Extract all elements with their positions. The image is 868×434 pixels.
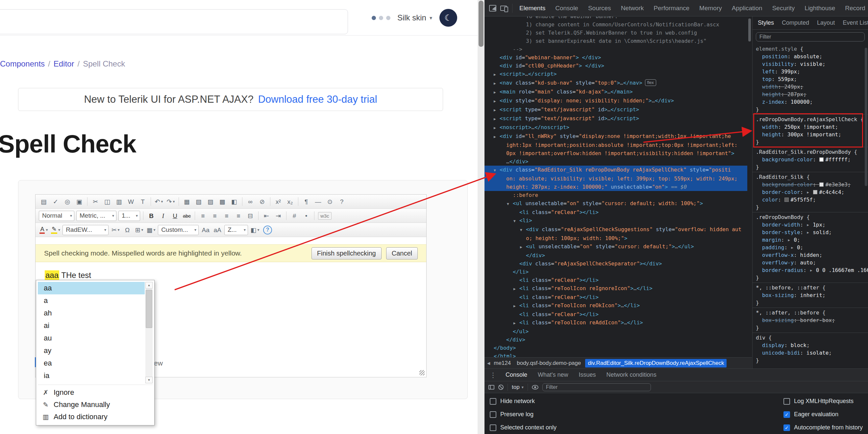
uppercase-button[interactable]: Aa xyxy=(200,225,211,235)
italic-button[interactable]: I xyxy=(158,210,169,221)
live-expression-eye-icon[interactable] xyxy=(532,385,538,389)
flash-manager-button[interactable]: ▨ xyxy=(205,196,216,207)
trial-download-link[interactable]: Download free 30-day trial xyxy=(258,93,377,105)
ajax-spellcheck-button[interactable]: ✓ xyxy=(50,196,61,207)
css-decl-border-width[interactable]: border-width: ▸ 1px; xyxy=(756,221,868,229)
expand-arrow-icon[interactable]: ▶ xyxy=(494,97,500,105)
device-toolbar-icon[interactable] xyxy=(500,6,507,11)
scrollbar-thumb[interactable] xyxy=(146,290,152,328)
checkbox-selected-context-only[interactable]: Selected context only xyxy=(490,423,783,432)
dom-tree-node[interactable]: <li class="reClear"></li> xyxy=(485,208,747,216)
css-decl-background-color[interactable]: background-color: #e3e3e3; xyxy=(756,181,868,189)
unchecked-checkbox-icon[interactable] xyxy=(490,425,496,431)
css-decl-width[interactable]: width: 249px; xyxy=(756,83,868,91)
carousel-dot[interactable] xyxy=(372,16,376,20)
about-button[interactable]: ? xyxy=(336,196,347,207)
css-decl-overflow-x[interactable]: overflow-x: hidden; xyxy=(756,251,868,259)
scroll-down-button[interactable]: ▼ xyxy=(145,377,153,383)
devtools-tab-sources[interactable]: Sources xyxy=(583,0,616,16)
dom-tree-node[interactable]: ▶<script type="text/javascript" id>…</sc… xyxy=(485,114,747,123)
custom-dropdown-select[interactable]: Custom...▾ xyxy=(158,225,199,235)
dark-mode-toggle[interactable]: ☾ xyxy=(439,9,457,27)
css-selector[interactable]: *, ::before, ::after { xyxy=(756,284,868,291)
remove-alignment-button[interactable]: ⊟ xyxy=(245,210,256,221)
expand-arrow-icon[interactable]: ▼ xyxy=(514,217,519,225)
dom-tree-node[interactable]: …</div> xyxy=(485,157,747,166)
strikethrough-button[interactable]: abc xyxy=(181,210,192,221)
checked-checkbox-icon[interactable]: ✓ xyxy=(783,425,790,431)
expand-arrow-icon[interactable]: ▶ xyxy=(494,124,500,132)
suggestion-item[interactable]: aa xyxy=(38,282,145,294)
clear-console-icon[interactable] xyxy=(498,385,503,390)
expand-arrow-icon[interactable]: ▶ xyxy=(514,285,519,293)
css-decl-margin[interactable]: margin: ▸ 0; xyxy=(756,236,868,244)
expand-arrow-icon[interactable]: ▶ xyxy=(494,70,500,79)
insert-table-button[interactable]: ⊞▾ xyxy=(133,225,145,235)
dom-crumb-2[interactable]: div.RadEditor_Silk.reDropDownBody.reAjax… xyxy=(585,359,726,368)
devtools-tab-application[interactable]: Application xyxy=(727,0,767,16)
misspelled-word[interactable]: aaa xyxy=(45,270,59,280)
module-manager-button[interactable]: ◧▾ xyxy=(249,225,260,235)
suggestion-item[interactable]: a xyxy=(38,294,145,307)
css-decl-width[interactable]: width: 250px !important; xyxy=(756,123,868,131)
expand-caret-icon[interactable]: ▸ xyxy=(806,222,813,228)
devtools-tab-security[interactable]: Security xyxy=(767,0,800,16)
styles-filter-input[interactable]: Filter xyxy=(756,32,865,41)
expand-caret-icon[interactable]: ▸ xyxy=(806,189,813,195)
expand-caret-icon[interactable]: ▸ xyxy=(806,229,813,235)
action-change-manually[interactable]: ✎Change Manually xyxy=(38,399,153,411)
drawer-tab-console[interactable]: Console xyxy=(500,369,532,381)
js-context-selector[interactable]: top ▾ xyxy=(512,384,524,390)
dom-tree-node[interactable]: o; height: 100px; width: 100%;"> xyxy=(485,234,747,242)
css-decl-background-color[interactable]: background-color: #ffffff; xyxy=(756,156,868,163)
dom-tree-node[interactable]: <div id="ctl00_cphHeader"> </div> xyxy=(485,62,747,70)
css-selector[interactable]: element.style { xyxy=(756,45,868,53)
lowercase-button[interactable]: aA xyxy=(212,225,223,235)
expand-arrow-icon[interactable]: ▶ xyxy=(514,319,519,327)
dom-tree-node[interactable]: ::before xyxy=(485,191,747,199)
unchecked-checkbox-icon[interactable] xyxy=(783,398,790,405)
action-ignore[interactable]: ✗Ignore xyxy=(38,386,153,399)
checkbox-preserve-log[interactable]: Preserve log xyxy=(490,410,783,419)
devtools-tab-recorder[interactable]: Recorder xyxy=(840,0,865,16)
font-name-select[interactable]: Metric, ...▾ xyxy=(76,211,117,221)
dom-tree-node[interactable]: ight:1px !important;position:absolute !i… xyxy=(485,141,747,149)
console-filter-input[interactable]: Filter xyxy=(542,383,651,391)
css-selector[interactable]: .RadEditor_Silk.reDropDownBody { xyxy=(756,148,868,156)
cancel-button[interactable]: Cancel xyxy=(386,247,418,259)
outdent-button[interactable]: ⇤ xyxy=(261,210,272,221)
horizontal-rule-button[interactable]: — xyxy=(312,196,324,207)
css-decl-box-sizing[interactable]: box-sizing: border-box; xyxy=(756,316,868,324)
css-decl-display[interactable]: display: block; xyxy=(756,342,868,349)
dom-tree-node[interactable]: ▶<noscript>…</noscript> xyxy=(485,123,747,132)
devtools-tab-performance[interactable]: Performance xyxy=(649,0,694,16)
expand-arrow-icon[interactable]: ▼ xyxy=(520,226,526,234)
dom-tree-node[interactable]: ▶<script>…</script> xyxy=(485,70,747,79)
align-left-button[interactable]: ≡ xyxy=(197,210,209,221)
css-decl-height[interactable]: height: 300px !important; xyxy=(756,131,868,138)
css-selector[interactable]: div { xyxy=(756,334,868,342)
align-right-button[interactable]: ≡ xyxy=(221,210,232,221)
indent-button[interactable]: ⇥ xyxy=(273,210,284,221)
redo-button[interactable]: ↷▾ xyxy=(165,196,176,207)
css-selector[interactable]: .reDropDownBody.reAjaxSpellCheck { xyxy=(756,116,868,123)
dom-tree-node[interactable]: </body> xyxy=(485,344,747,352)
color-swatch[interactable] xyxy=(819,157,824,162)
bullet-list-button[interactable]: • xyxy=(301,210,312,221)
select-all-button[interactable]: ▣ xyxy=(74,196,85,207)
dom-tree-node[interactable]: height: 287px; z-index: 100000;" unselec… xyxy=(485,183,747,191)
bold-button[interactable]: B xyxy=(146,210,157,221)
css-selector[interactable]: *, ::after, ::before { xyxy=(756,309,868,316)
dom-tree-node[interactable]: ▶<main role="main" class="kd-ajax">…</ma… xyxy=(485,88,747,96)
expand-arrow-icon[interactable]: ▶ xyxy=(520,243,526,251)
color-swatch[interactable] xyxy=(784,198,789,202)
dom-tree-node[interactable]: ▶<div id="ll_nWRky" style="display:none … xyxy=(485,132,747,141)
insert-symbol-button[interactable]: Ω xyxy=(122,225,133,235)
document-manager-button[interactable]: ▧ xyxy=(193,196,204,207)
expand-arrow-icon[interactable]: ▼ xyxy=(507,200,513,208)
checkbox-eager-evaluation[interactable]: ✓Eager evaluation xyxy=(783,410,863,419)
css-decl-border-style[interactable]: border-style: ▸ solid; xyxy=(756,229,868,236)
expand-arrow-icon[interactable]: ▶ xyxy=(494,106,500,114)
breadcrumb-editor[interactable]: Editor xyxy=(54,59,74,68)
skin-selector[interactable]: Silk skin xyxy=(397,13,426,22)
